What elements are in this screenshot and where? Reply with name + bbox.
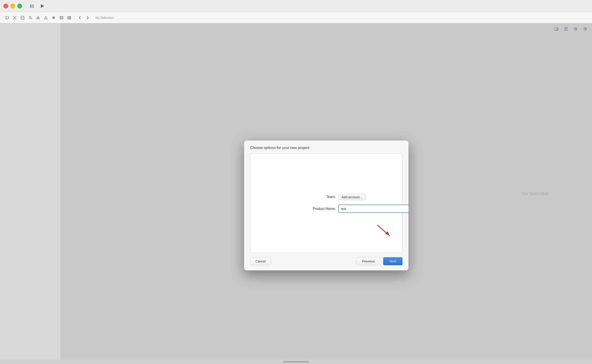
toolbar-icon-4[interactable] bbox=[27, 15, 34, 21]
team-label: Team: bbox=[306, 195, 336, 199]
toolbar-icon-2[interactable] bbox=[11, 15, 18, 21]
history-icon-button[interactable] bbox=[572, 26, 579, 32]
toolbar: No Selection bbox=[0, 12, 592, 23]
next-button[interactable]: Next bbox=[383, 257, 402, 265]
sidebar bbox=[0, 23, 60, 364]
svg-rect-21 bbox=[68, 17, 70, 18]
svg-rect-3 bbox=[32, 7, 34, 7]
svg-line-12 bbox=[31, 18, 32, 19]
svg-marker-14 bbox=[45, 16, 47, 19]
nav-back-button[interactable] bbox=[76, 15, 83, 21]
doc-icon-button[interactable] bbox=[563, 26, 570, 32]
svg-rect-22 bbox=[555, 27, 558, 30]
main-area: No Selection Choose options for your new… bbox=[0, 23, 592, 364]
previous-button[interactable]: Previous bbox=[356, 257, 381, 265]
product-name-input[interactable] bbox=[339, 204, 408, 213]
svg-rect-5 bbox=[5, 16, 8, 19]
svg-point-16 bbox=[53, 17, 54, 18]
play-button[interactable] bbox=[39, 3, 46, 9]
titlebar bbox=[0, 0, 592, 12]
product-name-label: Product Name: bbox=[306, 207, 336, 211]
svg-marker-13 bbox=[37, 17, 39, 19]
toolbar-icon-1[interactable] bbox=[3, 15, 10, 21]
svg-rect-17 bbox=[60, 16, 63, 19]
add-account-button[interactable]: Add account... bbox=[339, 194, 366, 200]
no-selection-label: No Selection bbox=[92, 16, 114, 20]
nav-forward-button[interactable] bbox=[84, 15, 91, 21]
toolbar-icon-7[interactable] bbox=[50, 15, 57, 21]
svg-marker-4 bbox=[41, 4, 44, 8]
modal-footer-right: Previous Next bbox=[356, 257, 402, 265]
form-area: Team: Add account... Product Name: bbox=[306, 194, 408, 213]
svg-point-11 bbox=[29, 16, 31, 19]
content-area: No Selection Choose options for your new… bbox=[60, 23, 592, 364]
close-button[interactable] bbox=[3, 4, 8, 8]
sidebar-toggle-button[interactable] bbox=[28, 3, 36, 9]
maximize-button[interactable] bbox=[17, 4, 22, 8]
modal-dialog: Choose options for your new project: Tea… bbox=[244, 141, 408, 270]
modal-content-area: Team: Add account... Product Name: bbox=[250, 153, 402, 253]
modal-footer: Cancel Previous Next bbox=[244, 253, 408, 270]
svg-text:?: ? bbox=[585, 28, 586, 30]
modal-title: Choose options for your new project: bbox=[250, 146, 310, 150]
help-icon-button[interactable]: ? bbox=[582, 26, 589, 32]
toolbar-icon-8[interactable] bbox=[58, 15, 65, 21]
svg-rect-1 bbox=[32, 5, 34, 5]
modal-header: Choose options for your new project: bbox=[244, 141, 408, 153]
product-name-row: Product Name: bbox=[306, 204, 408, 213]
svg-rect-20 bbox=[68, 16, 71, 19]
cancel-button[interactable]: Cancel bbox=[250, 257, 271, 265]
modal-overlay: Choose options for your new project: Tea… bbox=[60, 47, 592, 364]
toolbar-icon-6[interactable] bbox=[42, 15, 49, 21]
svg-rect-2 bbox=[32, 6, 34, 6]
svg-rect-0 bbox=[30, 5, 31, 7]
toolbar-icon-3[interactable] bbox=[19, 15, 26, 21]
toolbar-separator bbox=[74, 16, 75, 20]
toolbar-icon-9[interactable] bbox=[66, 15, 73, 21]
traffic-lights bbox=[3, 4, 22, 8]
minimize-button[interactable] bbox=[10, 4, 15, 8]
toolbar-icon-5[interactable] bbox=[35, 15, 41, 21]
inspector-toggle-button[interactable] bbox=[553, 26, 560, 32]
right-toolbar: ? bbox=[553, 23, 592, 35]
team-row: Team: Add account... bbox=[306, 194, 408, 200]
